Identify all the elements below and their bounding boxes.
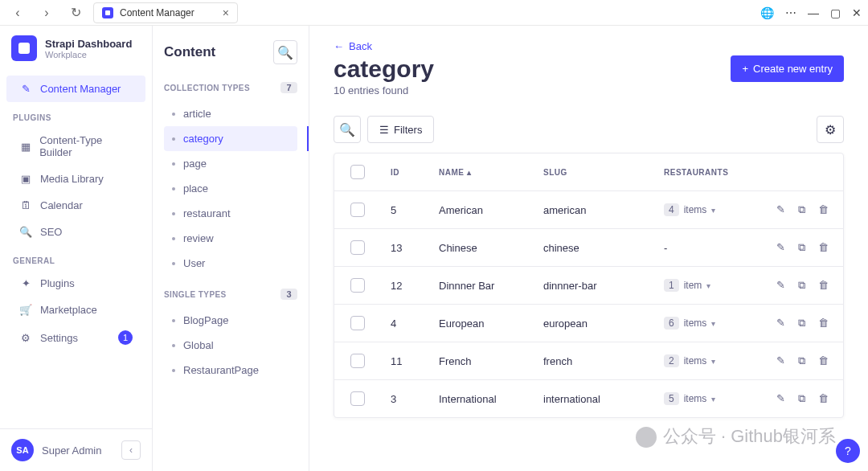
- sidebar-item-settings[interactable]: ⚙ Settings 1: [6, 323, 145, 352]
- col-slug[interactable]: SLUG: [543, 168, 656, 177]
- edit-icon[interactable]: ✎: [776, 354, 785, 367]
- brand-logo-icon: [11, 35, 37, 61]
- edit-icon[interactable]: ✎: [776, 392, 785, 405]
- single-type-global[interactable]: Global: [164, 333, 297, 358]
- single-type-blogpage[interactable]: BlogPage: [164, 308, 297, 333]
- chevron-down-icon: ▾: [711, 395, 715, 403]
- avatar[interactable]: SA: [11, 439, 34, 461]
- table-row[interactable]: 4Europeaneuropean6items▾✎⧉🗑: [334, 304, 843, 342]
- row-checkbox[interactable]: [350, 354, 365, 368]
- row-checkbox[interactable]: [350, 240, 365, 255]
- restaurants-cell[interactable]: 6items▾: [664, 317, 715, 330]
- sidebar-item-label: Calendar: [40, 199, 83, 211]
- sidebar-item-calendar[interactable]: 🗓 Calendar: [6, 192, 145, 219]
- browser-forward-icon[interactable]: ›: [35, 2, 58, 24]
- restaurants-cell[interactable]: 2items▾: [664, 354, 715, 367]
- chevron-down-icon: ▾: [711, 206, 715, 215]
- delete-icon[interactable]: 🗑: [818, 392, 829, 405]
- collection-type-review[interactable]: review: [164, 226, 297, 251]
- row-checkbox[interactable]: [350, 203, 365, 217]
- browser-tab[interactable]: Content Manager ×: [93, 2, 238, 23]
- bullet-icon: [172, 162, 175, 166]
- restaurants-cell[interactable]: 1item▾: [664, 279, 710, 292]
- col-name[interactable]: NAME ▴: [439, 168, 535, 177]
- copy-icon[interactable]: ⧉: [798, 392, 805, 405]
- collapse-sidebar-button[interactable]: ‹: [121, 440, 141, 460]
- col-id[interactable]: ID: [391, 168, 431, 177]
- browser-refresh-icon[interactable]: ↻: [64, 2, 87, 24]
- col-restaurants[interactable]: RESTAURANTS: [664, 168, 768, 177]
- sidebar-item-media[interactable]: ▣ Media Library: [6, 166, 145, 192]
- browser-back-icon[interactable]: ‹: [6, 2, 29, 24]
- collection-type-article[interactable]: article: [164, 101, 297, 126]
- edit-icon[interactable]: ✎: [776, 317, 785, 330]
- content-search-button[interactable]: 🔍: [273, 40, 297, 64]
- browser-bar: ‹ › ↻ Content Manager × 🌐 ⋯ — ▢ ✕: [0, 0, 868, 26]
- sidebar-item-seo[interactable]: 🔍 SEO: [6, 219, 145, 245]
- calendar-icon: 🗓: [19, 199, 32, 211]
- table-search-button[interactable]: 🔍: [334, 116, 361, 143]
- sidebar-item-plugins[interactable]: ✦ Plugins: [6, 270, 145, 297]
- row-checkbox[interactable]: [350, 316, 365, 330]
- page-subtitle: 10 entries found: [334, 84, 434, 96]
- cell-name: Chinese: [439, 242, 535, 254]
- collection-type-page[interactable]: page: [164, 151, 297, 176]
- ct-item-label: RestaurantPage: [183, 364, 259, 376]
- delete-icon[interactable]: 🗑: [818, 317, 829, 330]
- copy-icon[interactable]: ⧉: [798, 354, 805, 367]
- edit-icon[interactable]: ✎: [776, 203, 785, 216]
- table-row[interactable]: 12Dinnner Bardinnner-bar1item▾✎⧉🗑: [334, 266, 843, 304]
- bullet-icon: [172, 137, 175, 141]
- delete-icon[interactable]: 🗑: [818, 279, 829, 292]
- minimize-icon[interactable]: —: [808, 6, 819, 19]
- maximize-icon[interactable]: ▢: [830, 6, 841, 19]
- sidebar-item-marketplace[interactable]: 🛒 Marketplace: [6, 297, 145, 323]
- table-row[interactable]: 11Frenchfrench2items▾✎⧉🗑: [334, 342, 843, 379]
- copy-icon[interactable]: ⧉: [798, 241, 805, 254]
- copy-icon[interactable]: ⧉: [798, 279, 805, 292]
- edit-icon[interactable]: ✎: [776, 241, 785, 254]
- gear-icon: ⚙: [19, 332, 32, 344]
- delete-icon[interactable]: 🗑: [818, 203, 829, 216]
- help-button[interactable]: ?: [836, 439, 860, 463]
- cell-name: European: [439, 317, 535, 330]
- back-link[interactable]: ← Back: [334, 40, 844, 52]
- filters-button[interactable]: ☰ Filters: [367, 116, 434, 143]
- collection-type-category[interactable]: category: [164, 126, 297, 151]
- sidebar-item-content-manager[interactable]: ✎ Content Manager: [6, 76, 145, 102]
- row-checkbox[interactable]: [350, 278, 365, 293]
- copy-icon[interactable]: ⧉: [798, 203, 805, 216]
- table-row[interactable]: 13Chinesechinese-✎⧉🗑: [334, 228, 843, 266]
- tab-app-icon: [102, 7, 113, 18]
- select-all-checkbox[interactable]: [350, 165, 365, 179]
- table-settings-button[interactable]: ⚙: [817, 116, 844, 143]
- delete-icon[interactable]: 🗑: [818, 241, 829, 254]
- cell-slug: chinese: [543, 242, 656, 254]
- cell-name: French: [439, 355, 535, 367]
- table-row[interactable]: 3Internationalinternational5items▾✎⧉🗑: [334, 379, 843, 417]
- filters-label: Filters: [394, 124, 422, 136]
- collection-type-user[interactable]: User: [164, 251, 297, 276]
- sidebar-item-ctb[interactable]: ▦ Content-Type Builder: [6, 127, 145, 166]
- close-icon[interactable]: ×: [223, 6, 229, 19]
- restaurants-cell[interactable]: 4items▾: [664, 203, 715, 216]
- collection-type-restaurant[interactable]: restaurant: [164, 201, 297, 226]
- copy-icon[interactable]: ⧉: [798, 317, 805, 330]
- single-types-label: SINGLE TYPES: [164, 290, 227, 299]
- tab-title: Content Manager: [120, 7, 194, 18]
- create-entry-button[interactable]: + Create new entry: [731, 55, 844, 82]
- single-type-restaurantpage[interactable]: RestaurantPage: [164, 358, 297, 383]
- collection-type-place[interactable]: place: [164, 176, 297, 201]
- more-icon[interactable]: ⋯: [785, 6, 796, 19]
- restaurants-cell: -: [664, 242, 667, 254]
- edit-icon[interactable]: ✎: [776, 279, 785, 292]
- bullet-icon: [172, 212, 175, 215]
- sidebar-section-general: GENERAL: [0, 245, 152, 270]
- restaurants-cell[interactable]: 5items▾: [664, 392, 715, 405]
- window-close-icon[interactable]: ✕: [852, 6, 862, 19]
- row-checkbox[interactable]: [350, 391, 365, 406]
- delete-icon[interactable]: 🗑: [818, 354, 829, 367]
- globe-icon[interactable]: 🌐: [760, 6, 774, 19]
- collection-types-count: 7: [280, 82, 297, 93]
- table-row[interactable]: 5Americanamerican4items▾✎⧉🗑: [334, 190, 843, 228]
